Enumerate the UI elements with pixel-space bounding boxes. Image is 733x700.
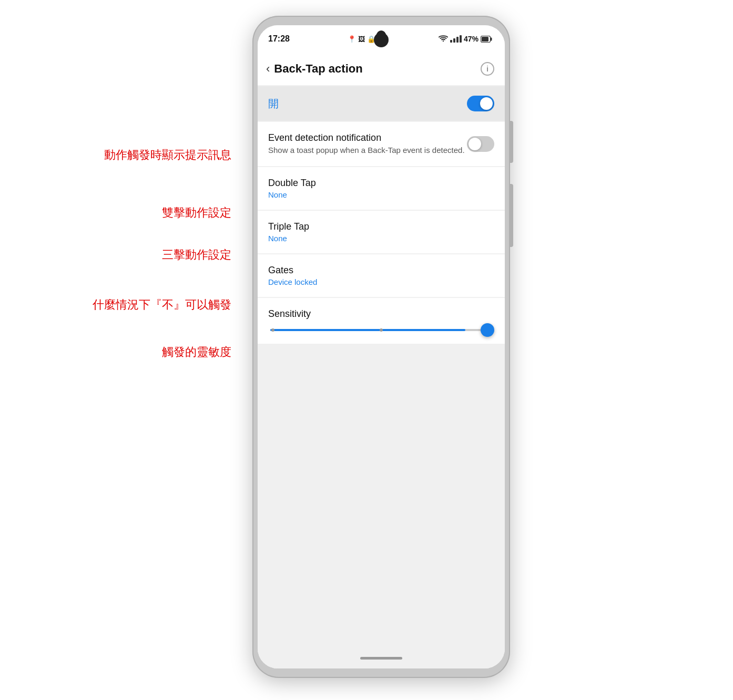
setting-item-content-double: Double Tap None (268, 178, 494, 199)
page-title: Back-Tap action (274, 62, 362, 76)
sensitivity-title: Sensitivity (268, 308, 494, 320)
setting-item-event-detection[interactable]: Event detection notification Show a toas… (258, 122, 505, 166)
header-left: ‹ Back-Tap action (266, 62, 363, 76)
setting-subtitle-event-detection: Show a toast popup when a Back-Tap event… (268, 145, 467, 156)
setting-item-content-triple: Triple Tap None (268, 221, 494, 243)
annotations-container: 動作觸發時顯示提示訊息 雙擊動作設定 三擊動作設定 什麼情況下『不』可以觸發 觸… (0, 0, 242, 700)
status-right: 47% (439, 35, 492, 43)
main-toggle-label: 開 (268, 97, 279, 111)
setting-item-content-gates: Gates Device locked (268, 265, 494, 286)
setting-title-event-detection: Event detection notification (268, 132, 467, 143)
sensitivity-slider-track[interactable] (270, 329, 492, 331)
annotation-5: 觸發的靈敏度 (11, 344, 231, 361)
slider-dot-1 (271, 328, 274, 332)
battery-label: 47% (464, 35, 479, 43)
setting-value-double-tap: None (268, 190, 494, 199)
signal-icon (450, 35, 462, 43)
setting-title-triple-tap: Triple Tap (268, 221, 494, 232)
setting-item-content: Event detection notification Show a toas… (268, 132, 467, 156)
setting-item-gates[interactable]: Gates Device locked (258, 254, 505, 297)
annotation-3: 三擊動作設定 (11, 247, 231, 263)
main-toggle-row[interactable]: 開 (258, 86, 505, 121)
sensitivity-slider-dots (270, 328, 492, 332)
settings-list: Event detection notification Show a toas… (258, 122, 505, 647)
camera-notch (376, 30, 386, 40)
setting-item-triple-tap[interactable]: Triple Tap None (258, 211, 505, 253)
svg-rect-1 (490, 37, 492, 40)
wifi-icon (439, 35, 448, 43)
phone-device: 17:28 📍 🖼 🔒 (252, 16, 510, 678)
battery-icon (481, 36, 492, 43)
svg-rect-2 (482, 37, 488, 42)
page-header: ‹ Back-Tap action i (258, 53, 505, 85)
setting-item-double-tap[interactable]: Double Tap None (258, 167, 505, 210)
slider-dot-2 (380, 328, 383, 332)
setting-value-triple-tap: None (268, 234, 494, 243)
home-indicator (360, 657, 402, 660)
phone-bottom-bar (258, 647, 505, 668)
phone-screen: 17:28 📍 🖼 🔒 (258, 25, 505, 668)
annotation-1: 動作觸發時顯示提示訊息 (11, 147, 231, 163)
annotation-2: 雙擊動作設定 (11, 205, 231, 221)
setting-item-sensitivity: Sensitivity (258, 298, 505, 344)
status-time: 17:28 (268, 34, 290, 44)
sensitivity-slider-thumb[interactable] (481, 323, 494, 337)
setting-title-gates: Gates (268, 265, 494, 276)
back-button[interactable]: ‹ (266, 62, 270, 76)
location-icon: 📍 (348, 35, 356, 43)
annotation-4: 什麼情況下『不』可以觸發 (11, 297, 231, 313)
setting-value-gates: Device locked (268, 277, 494, 286)
event-detection-toggle[interactable] (467, 136, 494, 152)
screen-content: ‹ Back-Tap action i 開 Event detection no… (258, 53, 505, 668)
main-toggle-switch[interactable] (467, 96, 494, 111)
info-button[interactable]: i (481, 62, 494, 76)
setting-title-double-tap: Double Tap (268, 178, 494, 189)
empty-space (258, 345, 505, 647)
image-icon: 🖼 (358, 35, 365, 43)
